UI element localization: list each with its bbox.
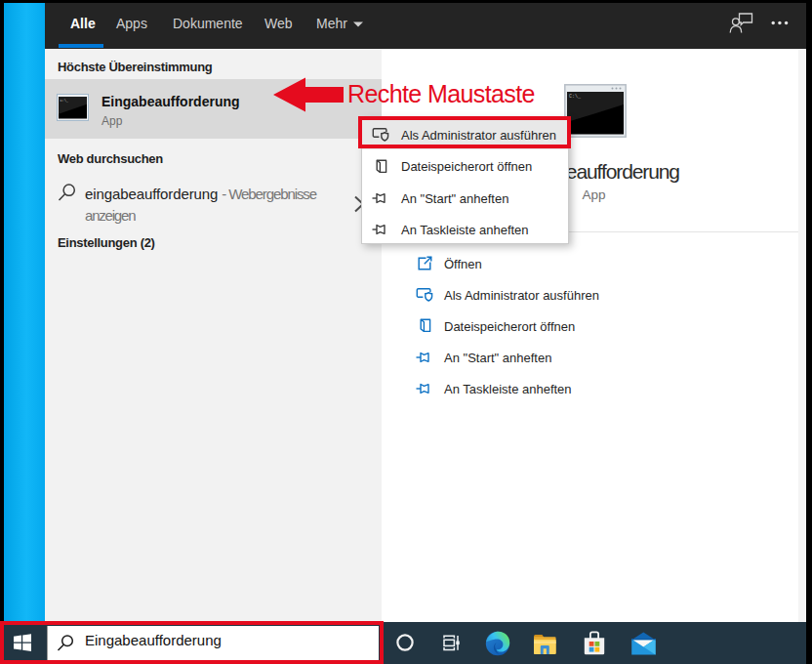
- svg-text:C:\_: C:\_: [60, 99, 68, 103]
- svg-text:C:\_: C:\_: [569, 94, 582, 100]
